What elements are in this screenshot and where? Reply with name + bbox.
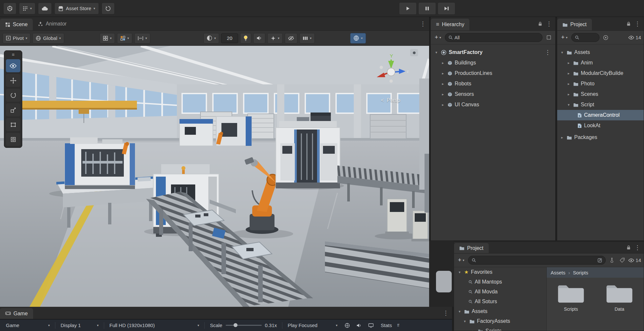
project-node-script[interactable]: ▾ Script bbox=[557, 99, 644, 110]
project-create-button[interactable]: + ▾ bbox=[560, 34, 569, 41]
disclosure-icon[interactable]: ▸ bbox=[471, 329, 476, 331]
project-create-button[interactable]: + ▾ bbox=[457, 257, 466, 264]
game-tab-menu-icon[interactable]: ⋮ bbox=[443, 310, 449, 316]
hierarchy-item-robots[interactable]: ▸ Robots bbox=[431, 78, 555, 89]
hierarchy-create-button[interactable]: + ▾ bbox=[433, 34, 443, 41]
project-node-anim[interactable]: ▸ Anim bbox=[557, 58, 644, 68]
hierarchy-item-productionlines[interactable]: ▸ ProductionLines bbox=[431, 68, 555, 78]
disclosure-icon[interactable]: ▸ bbox=[566, 61, 571, 65]
tree-assets-row[interactable]: ▾ Assets bbox=[454, 306, 546, 316]
project-node-packages[interactable]: ▸ Packages bbox=[557, 132, 644, 143]
global-button[interactable]: Global ▾ bbox=[32, 33, 64, 44]
scale-tool-button[interactable] bbox=[6, 103, 20, 116]
project-node-modularcity[interactable]: ▸ ModularCityBuilde bbox=[557, 68, 644, 78]
breadcrumb-current[interactable]: Soripts bbox=[573, 270, 588, 275]
hierarchy-item-sensors[interactable]: ▸ Sensors bbox=[431, 89, 555, 99]
disclosure-icon[interactable]: ▾ bbox=[457, 309, 462, 314]
search-picker-button[interactable] bbox=[545, 34, 553, 42]
disclosure-icon[interactable]: ▾ bbox=[457, 270, 462, 274]
scrollbar-thumb[interactable] bbox=[436, 271, 452, 292]
scale-slider[interactable] bbox=[226, 325, 262, 326]
disclosure-icon[interactable]: ▾ bbox=[560, 50, 564, 55]
scene-audio-button[interactable] bbox=[253, 33, 265, 44]
disclosure-icon[interactable]: ▾ bbox=[434, 50, 439, 55]
tree-factoryassets-row[interactable]: ▾ FactoryAssets bbox=[454, 316, 546, 326]
orientation-gizmo[interactable]: Y z bbox=[371, 53, 411, 92]
snap-increment-button[interactable]: ▾ bbox=[134, 33, 150, 44]
asset-folder-scripts[interactable]: Scripts bbox=[556, 284, 586, 325]
shading-mode-button[interactable]: ▾ bbox=[203, 33, 219, 44]
play-button[interactable] bbox=[399, 2, 417, 15]
asset-store-button[interactable]: Asset Store ▾ bbox=[54, 3, 99, 14]
project-panel-menu-icon[interactable]: ⋮ bbox=[635, 245, 640, 251]
search-by-type-button[interactable] bbox=[608, 256, 616, 264]
gizmos-globe-button[interactable]: ▾ bbox=[350, 33, 366, 44]
disclosure-icon[interactable]: ▸ bbox=[560, 135, 564, 140]
step-button[interactable] bbox=[438, 2, 455, 15]
search-by-label-button[interactable] bbox=[618, 256, 626, 264]
hierarchy-search-input[interactable]: All bbox=[445, 33, 542, 42]
disclosure-icon[interactable]: ▸ bbox=[441, 61, 445, 65]
disclosure-icon[interactable]: ▾ bbox=[566, 103, 571, 107]
play-focused-dropdown[interactable]: Play Focused ▾ bbox=[285, 321, 340, 330]
grid-visibility-button[interactable]: ▾ bbox=[100, 33, 115, 44]
pivot-button[interactable]: Pivot ▾ bbox=[3, 33, 30, 44]
hierarchy-item-uicanvas[interactable]: ▸ UI Canvas bbox=[431, 99, 555, 110]
hidden-count-toggle[interactable]: 14 bbox=[628, 256, 641, 264]
project-search-input[interactable] bbox=[571, 33, 599, 42]
clipped-gizmos-fragment[interactable]: ff bbox=[397, 323, 399, 328]
breadcrumb-root[interactable]: Assets bbox=[551, 270, 565, 275]
hidden-count-toggle[interactable]: 14 bbox=[628, 34, 641, 42]
lock-icon[interactable] bbox=[627, 22, 631, 26]
component-filter-button[interactable]: ▾ bbox=[299, 33, 315, 44]
camera-size-field[interactable]: 20 bbox=[221, 33, 238, 43]
tab-project-bottom[interactable]: Project bbox=[454, 243, 489, 253]
resolution-dropdown[interactable]: Full HD (1920x1080) ▾ bbox=[107, 321, 202, 330]
search-by-type-button[interactable] bbox=[602, 34, 610, 42]
tool-settings-button[interactable]: ▾ bbox=[19, 3, 35, 14]
disclosure-icon[interactable]: ▸ bbox=[566, 71, 571, 76]
disclosure-icon[interactable]: ▸ bbox=[441, 92, 445, 96]
viewport-corner-button[interactable] bbox=[410, 49, 418, 56]
lock-icon[interactable] bbox=[627, 245, 631, 250]
favorites-row[interactable]: ▾ ★ Favorites bbox=[454, 267, 546, 277]
tab-hierarchy[interactable]: ≡ Hierarchy bbox=[431, 19, 469, 30]
rotate-tool-button[interactable] bbox=[6, 89, 20, 102]
tab-project-top[interactable]: Project bbox=[557, 19, 592, 30]
search-in-icon[interactable] bbox=[597, 258, 602, 263]
unity-logo-button[interactable] bbox=[3, 3, 16, 14]
move-tool-button[interactable] bbox=[6, 74, 20, 87]
lock-icon[interactable] bbox=[538, 22, 542, 26]
hidden-objects-button[interactable] bbox=[285, 33, 297, 44]
scene-viewport[interactable]: ≡ bbox=[0, 46, 429, 307]
project-node-photo[interactable]: ▸ Photo bbox=[557, 78, 644, 89]
tab-scene[interactable]: Scene bbox=[0, 19, 33, 30]
vsync-button[interactable] bbox=[366, 321, 375, 330]
overlay-drag-handle[interactable]: ≡ bbox=[12, 52, 14, 58]
scene-lighting-button[interactable] bbox=[240, 33, 251, 44]
project-search-input[interactable] bbox=[468, 256, 606, 265]
scene-row-menu-icon[interactable]: ⋮ bbox=[545, 49, 555, 55]
scene-tab-menu-icon[interactable]: ⋮ bbox=[420, 21, 426, 27]
asset-folder-data[interactable]: Data bbox=[604, 284, 635, 325]
disclosure-icon[interactable]: ▸ bbox=[566, 82, 571, 86]
disclosure-icon[interactable]: ▸ bbox=[441, 82, 445, 86]
project-node-scenes[interactable]: ▸ Scenes bbox=[557, 89, 644, 99]
disclosure-icon[interactable]: ▸ bbox=[441, 71, 445, 76]
stats-button[interactable]: Stats bbox=[378, 321, 394, 330]
project-panel-menu-icon[interactable]: ⋮ bbox=[635, 21, 640, 27]
scene-effects-button[interactable]: ▾ bbox=[267, 33, 283, 44]
project-node-cameracontrol[interactable]: CameraControl bbox=[557, 110, 644, 120]
project-node-lookat[interactable]: LookAt bbox=[557, 120, 644, 131]
disclosure-icon[interactable]: ▸ bbox=[566, 92, 571, 96]
rect-tool-button[interactable] bbox=[6, 118, 20, 131]
favorite-all-soturs[interactable]: All Soturs bbox=[454, 297, 546, 306]
tab-animator[interactable]: Animator bbox=[33, 17, 72, 30]
favorite-all-mantops[interactable]: All Mantops bbox=[454, 277, 546, 287]
display-dropdown[interactable]: Display 1 ▾ bbox=[58, 321, 101, 330]
disclosure-icon[interactable]: ▸ bbox=[441, 103, 445, 107]
scale-slider-knob[interactable] bbox=[234, 323, 237, 327]
hierarchy-scene-row[interactable]: ▾ SmartFactory ⋮ bbox=[431, 47, 555, 58]
projection-label[interactable]: < Persp bbox=[381, 97, 400, 103]
tab-game[interactable]: Game bbox=[0, 308, 33, 319]
